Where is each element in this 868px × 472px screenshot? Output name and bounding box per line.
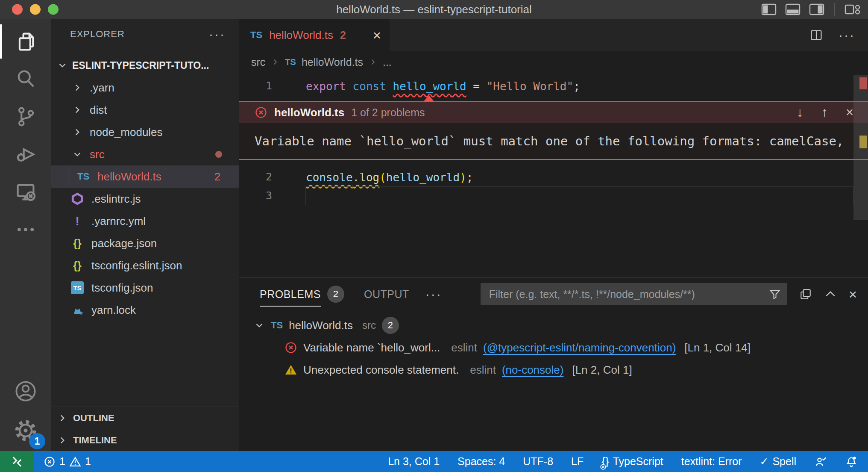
outline-section-header[interactable]: OUTLINE: [51, 407, 239, 429]
textlint-status[interactable]: textlint: Error: [681, 455, 742, 468]
tab-problems[interactable]: PROBLEMS 2: [260, 286, 344, 303]
typescript-file-icon: TS: [271, 320, 283, 331]
more-actions-icon[interactable]: ···: [839, 33, 855, 37]
notifications-bell-icon[interactable]: [845, 455, 858, 468]
tree-item-tsconfig-json[interactable]: TS tsconfig.json: [51, 277, 239, 299]
previous-problem-icon[interactable]: ↑: [821, 105, 828, 120]
code-editor[interactable]: 1 export const hello_world = "Hello Worl…: [239, 73, 868, 277]
language-mode[interactable]: {} TypeScript: [601, 455, 663, 468]
spell-checker-status[interactable]: ✓ Spell: [760, 455, 796, 468]
minimize-window-button[interactable]: [30, 4, 41, 15]
token-export: export: [306, 80, 353, 93]
folder-label: src: [90, 148, 105, 161]
tree-item-yarnrc[interactable]: ! .yarnrc.yml: [51, 210, 239, 232]
tab-helloworld-ts[interactable]: TS helloWorld.ts 2 ×: [239, 19, 390, 51]
timeline-label: TIMELINE: [73, 435, 117, 446]
status-bar: 1 1 Ln 3, Col 1 Spaces: 4 UTF-8 LF {}: [0, 451, 868, 472]
folder-label: .yarn: [90, 81, 114, 94]
tree-item-src[interactable]: src: [51, 143, 239, 165]
tree-item-yarn[interactable]: .yarn: [51, 77, 239, 99]
warning-overview-marker: [859, 136, 867, 148]
close-tab-icon[interactable]: ×: [373, 28, 381, 42]
remote-explorer-icon: [15, 181, 37, 203]
timeline-section-header[interactable]: TIMELINE: [51, 429, 239, 451]
token-variable-error: hello_world: [393, 80, 466, 93]
warning-count: 1: [85, 455, 91, 468]
activity-source-control[interactable]: [0, 98, 51, 136]
indentation-setting[interactable]: Spaces: 4: [457, 455, 505, 468]
breadcrumb-file[interactable]: helloWorld.ts: [302, 56, 363, 68]
zoom-window-button[interactable]: [48, 4, 59, 15]
toggle-panel-icon[interactable]: [785, 3, 801, 15]
tree-root-folder[interactable]: ESLINT-TYPESCRIPT-TUTO...: [51, 54, 239, 77]
activity-run-debug[interactable]: [0, 136, 51, 173]
activity-explorer[interactable]: [0, 23, 51, 60]
token-semicolon: ;: [573, 80, 580, 93]
activity-settings[interactable]: 1: [0, 410, 51, 451]
sidebar-bottom-sections: OUTLINE TIMELINE: [51, 407, 239, 451]
search-icon: [15, 68, 37, 90]
split-editor-icon[interactable]: [809, 28, 823, 42]
close-window-button[interactable]: [12, 4, 23, 15]
explorer-more-icon[interactable]: ···: [209, 30, 226, 38]
problems-panel: PROBLEMS 2 OUTPUT ···: [239, 277, 868, 451]
remote-icon: [10, 454, 24, 469]
chevron-right-icon: [72, 104, 83, 115]
remote-indicator[interactable]: [0, 451, 34, 472]
token-const: const: [353, 80, 393, 93]
chevron-right-icon: [57, 435, 68, 446]
close-peek-icon[interactable]: ×: [846, 105, 853, 120]
next-problem-icon[interactable]: ↓: [797, 105, 803, 120]
toggle-secondary-sidebar-icon[interactable]: [809, 3, 824, 15]
editor-scrollbar[interactable]: [853, 73, 868, 277]
activity-search[interactable]: [0, 60, 51, 98]
line-number: 2: [239, 168, 305, 186]
cursor-position[interactable]: Ln 3, Col 1: [388, 455, 440, 468]
activity-bar: 1: [0, 19, 51, 451]
tree-item-helloworld-ts[interactable]: TS helloWorld.ts 2: [51, 165, 239, 188]
problems-filter-input[interactable]: [489, 288, 768, 301]
breadcrumb-symbol[interactable]: ...: [383, 56, 392, 68]
customize-layout-icon[interactable]: [844, 3, 861, 16]
activity-accounts[interactable]: [0, 372, 51, 410]
toggle-sidebar-icon[interactable]: [761, 3, 777, 15]
problem-row-error[interactable]: Variable name `hello_worl... eslint (@ty…: [239, 336, 868, 359]
encoding-setting[interactable]: UTF-8: [523, 455, 553, 468]
chevron-down-icon: [72, 149, 83, 160]
tree-item-package-json[interactable]: {} package.json: [51, 232, 239, 254]
token-dot: .: [353, 171, 360, 184]
tree-item-node-modules[interactable]: node_modules: [51, 121, 239, 143]
tree-item-tsconfig-eslint-json[interactable]: {} tsconfig.eslint.json: [51, 254, 239, 277]
feedback-icon[interactable]: [814, 455, 827, 468]
breadcrumb-folder[interactable]: src: [251, 56, 265, 68]
open-in-editor-icon[interactable]: [799, 288, 812, 301]
problem-row-warning[interactable]: Unexpected console statement. eslint (no…: [239, 359, 868, 381]
problems-tab-label: PROBLEMS: [260, 288, 321, 301]
filter-icon[interactable]: [768, 288, 781, 301]
peek-message[interactable]: Variable name `hello_world` must match o…: [239, 123, 868, 159]
typescript-file-icon: TS: [75, 171, 91, 182]
chevron-right-icon: [72, 127, 83, 138]
problems-group-row[interactable]: TS helloWorld.ts src 2: [239, 314, 868, 336]
problem-rule-link[interactable]: (@typescript-eslint/naming-convention): [483, 341, 676, 354]
maximize-panel-icon[interactable]: [824, 288, 837, 301]
panel-more-tabs-icon[interactable]: ···: [425, 292, 442, 296]
eslint-icon: [69, 192, 85, 206]
activity-more[interactable]: [0, 211, 51, 248]
problem-rule-link[interactable]: (no-console): [502, 363, 564, 377]
error-count: 1: [59, 455, 65, 468]
tree-item-dist[interactable]: dist: [51, 99, 239, 121]
tree-item-eslintrc[interactable]: .eslintrc.js: [51, 188, 239, 210]
status-problems[interactable]: 1 1: [44, 455, 91, 468]
tree-item-yarn-lock[interactable]: yarn.lock: [51, 299, 239, 321]
close-panel-icon[interactable]: ×: [849, 287, 857, 301]
tab-output[interactable]: OUTPUT: [364, 288, 409, 301]
activity-remote-explorer[interactable]: [0, 173, 51, 211]
account-icon: [14, 380, 37, 403]
problems-file-path: src: [362, 319, 376, 331]
code-line-3-current: 3: [239, 186, 868, 205]
problem-message: Unexpected console statement.: [303, 363, 459, 377]
problem-message: Variable name `hello_worl...: [303, 341, 440, 354]
eol-setting[interactable]: LF: [571, 455, 584, 468]
chevron-right-icon: [369, 58, 377, 66]
